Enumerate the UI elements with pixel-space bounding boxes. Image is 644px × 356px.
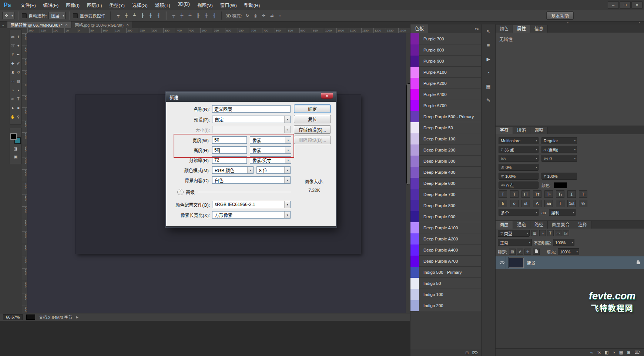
- swatch-row[interactable]: Deep Purple 600: [410, 178, 481, 189]
- dock-panel-icon-1[interactable]: ↖: [484, 27, 493, 36]
- swatch-color-chip[interactable]: [410, 200, 419, 211]
- clone-stamp-tool[interactable]: ♜: [10, 68, 16, 77]
- swatch-color-chip[interactable]: [410, 178, 419, 189]
- vertical-scale-field[interactable]: IT 100%: [499, 173, 539, 180]
- swatch-row[interactable]: Indigo 50: [410, 278, 481, 289]
- tab-layer-comps[interactable]: 图层复合: [548, 221, 574, 229]
- tab-notes[interactable]: 注释: [574, 221, 591, 229]
- minimize-button[interactable]: ─: [608, 1, 619, 9]
- swatch-color-chip[interactable]: [410, 289, 419, 300]
- distribute-icon[interactable]: ╤: [170, 12, 177, 19]
- dock-panel-icon-4[interactable]: ◔: [484, 69, 493, 77]
- tab-layers[interactable]: 图层: [496, 221, 513, 229]
- show-transform-checkbox[interactable]: [73, 13, 78, 18]
- menubar-item[interactable]: 选择(S): [128, 1, 151, 9]
- tab-channels[interactable]: 通道: [513, 221, 530, 229]
- tool-preset-dropdown[interactable]: ✛: [2, 12, 14, 19]
- layer-filter-icon[interactable]: ▦: [531, 230, 538, 236]
- swatch-color-chip[interactable]: [410, 222, 419, 233]
- swatch-row[interactable]: Purple A700: [410, 100, 481, 111]
- swatch-row[interactable]: Purple 700: [410, 33, 481, 44]
- blend-mode-select[interactable]: 正常: [498, 239, 532, 246]
- type-style-button[interactable]: TT: [521, 190, 530, 198]
- new-layer-icon[interactable]: ⊞: [627, 350, 630, 355]
- type-style-button[interactable]: T¹: [544, 190, 553, 198]
- swatch-row[interactable]: Deep Purple 800: [410, 200, 481, 211]
- swatch-color-chip[interactable]: [410, 156, 419, 167]
- swatch-color-chip[interactable]: [410, 233, 419, 244]
- align-icon[interactable]: ┠: [139, 12, 146, 19]
- move-tool[interactable]: ✛: [16, 32, 21, 41]
- dock-panel-icon-5[interactable]: ▦: [484, 82, 493, 90]
- tab-color[interactable]: 颜色: [496, 25, 513, 33]
- magic-wand-tool[interactable]: ✦: [16, 41, 21, 50]
- swatch-row[interactable]: Deep Purple 200: [410, 144, 481, 156]
- background-contents-dropdown[interactable]: 白色: [212, 176, 291, 184]
- swatch-color-chip[interactable]: [410, 144, 419, 156]
- swatch-row[interactable]: Deep Purple 50: [410, 122, 481, 133]
- tab-close-icon[interactable]: ✕: [126, 23, 129, 27]
- distribute-icon[interactable]: ╟: [194, 12, 202, 19]
- swatch-row[interactable]: Purple A400: [410, 89, 481, 100]
- menubar-item[interactable]: 帮助(H): [241, 1, 264, 9]
- name-input[interactable]: 定义图案: [212, 105, 291, 113]
- document-tab-inactive[interactable]: 网格.jpg @ 100%(RGB/8#) ✕: [71, 21, 132, 28]
- swatch-row[interactable]: Indigo 500 - Primary: [410, 267, 481, 278]
- mode-3d-icon[interactable]: ◎: [252, 12, 259, 19]
- swatch-color-chip[interactable]: [410, 167, 419, 178]
- swatch-color-chip[interactable]: [410, 56, 419, 67]
- tab-paths[interactable]: 路径: [530, 221, 548, 229]
- shape-tool[interactable]: ■: [16, 103, 21, 112]
- layer-filter-icon[interactable]: T: [547, 230, 554, 236]
- mode-3d-icon[interactable]: ↕: [276, 12, 284, 19]
- path-selection-tool[interactable]: ➤: [10, 103, 16, 112]
- swatch-row[interactable]: Purple 900: [410, 56, 481, 67]
- swatch-row[interactable]: Deep Purple A400: [410, 244, 481, 256]
- opentype-button[interactable]: aa: [544, 200, 553, 207]
- font-size-select[interactable]: T 36 点: [499, 146, 539, 153]
- swatch-color-chip[interactable]: [410, 256, 419, 267]
- blur-tool[interactable]: ○: [10, 86, 16, 94]
- tab-close-icon[interactable]: ✕: [65, 23, 68, 27]
- align-icon[interactable]: ┿: [123, 12, 130, 19]
- bit-depth-dropdown[interactable]: 8 位: [256, 166, 291, 174]
- eyedropper-tool[interactable]: ✒: [16, 50, 21, 59]
- mode-3d-icon[interactable]: ✛: [260, 12, 268, 19]
- swatch-color-chip[interactable]: [410, 300, 419, 311]
- distribute-icon[interactable]: ╧: [186, 12, 194, 19]
- swatch-row[interactable]: Indigo 200: [410, 300, 481, 311]
- menubar-item[interactable]: 文件(F): [17, 1, 40, 9]
- layer-filter-icon[interactable]: ◑: [539, 230, 546, 236]
- text-color-swatch[interactable]: [554, 182, 567, 188]
- link-layers-icon[interactable]: ∞: [590, 350, 593, 355]
- tracking-select[interactable]: VA 0: [541, 155, 577, 162]
- mode-3d-icon[interactable]: ↻: [244, 12, 251, 19]
- menubar-item[interactable]: 图层(L): [83, 1, 105, 9]
- tab-adjustments[interactable]: 调整: [530, 127, 548, 134]
- swatch-color-chip[interactable]: [410, 133, 419, 144]
- swatch-row[interactable]: Deep Purple A200: [410, 233, 481, 244]
- align-icon[interactable]: ╂: [147, 12, 154, 19]
- distribute-icon[interactable]: ╪: [178, 12, 185, 19]
- crop-tool[interactable]: #: [10, 50, 16, 59]
- baseline-shift-field[interactable]: Aa 0 点: [499, 182, 539, 189]
- lasso-tool[interactable]: ➰: [10, 41, 16, 50]
- window-close-button[interactable]: ✕: [631, 1, 643, 9]
- screen-mode-button[interactable]: ▣: [10, 153, 21, 161]
- swatch-color-chip[interactable]: [410, 100, 419, 111]
- document-tab-active[interactable]: 网格背景 @ 66.7%(RGB/8) * ✕: [7, 21, 71, 28]
- swatch-color-chip[interactable]: [410, 111, 419, 122]
- align-icon[interactable]: ┨: [155, 12, 162, 19]
- advanced-collapse-icon[interactable]: ^: [177, 189, 184, 195]
- swatch-color-chip[interactable]: [410, 267, 419, 278]
- menubar-item[interactable]: 编辑(E): [40, 1, 63, 9]
- collapse-left-icon[interactable]: «: [0, 23, 7, 28]
- tab-paragraph[interactable]: 段落: [513, 127, 530, 134]
- color-profile-dropdown[interactable]: sRGB IEC61966-2.1: [212, 201, 291, 208]
- zoom-tool[interactable]: ⚲: [16, 112, 21, 121]
- fill-select[interactable]: 100%: [558, 248, 579, 255]
- eraser-tool[interactable]: ▱: [10, 77, 16, 86]
- dock-panel-icon-3[interactable]: ▶: [484, 55, 493, 63]
- leading-select[interactable]: A (自动): [541, 146, 577, 153]
- workspace-switcher-button[interactable]: 基本功能: [546, 11, 574, 20]
